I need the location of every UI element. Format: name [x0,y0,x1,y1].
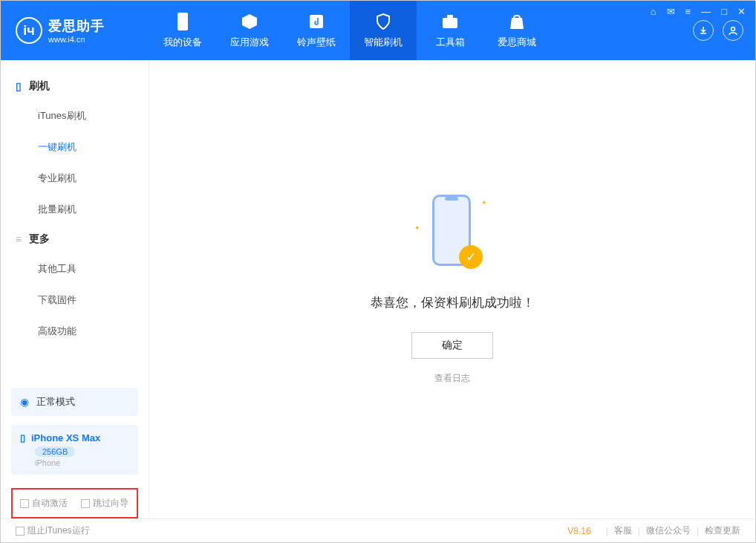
logo-area: iч 爱思助手 www.i4.cn [1,17,149,44]
sidebar-item-pro[interactable]: 专业刷机 [1,163,149,194]
sidebar-item-other[interactable]: 其他工具 [1,253,149,284]
tab-flash[interactable]: 智能刷机 [350,1,417,60]
footer-link-support[interactable]: 客服 [614,524,632,537]
checkbox-box [81,499,90,508]
cube-icon [240,12,259,31]
tab-label: 我的设备 [163,36,202,49]
tab-toolbox[interactable]: 工具箱 [417,1,483,60]
maximize-icon[interactable]: □ [721,6,727,17]
device-type: iPhone [35,458,129,467]
svg-rect-0 [177,13,188,30]
footer-link-update[interactable]: 检查更新 [705,524,740,537]
briefcase-icon [440,12,460,31]
bag-icon [507,12,527,31]
checkbox-block-itunes[interactable]: 阻止iTunes运行 [16,524,90,537]
sidebar-item-advanced[interactable]: 高级功能 [1,316,149,347]
app-title: 爱思助手 [48,17,105,35]
feedback-icon[interactable]: ✉ [667,6,675,17]
section-title: 刷机 [29,79,50,93]
ok-button[interactable]: 确定 [411,332,493,359]
download-button[interactable] [693,20,714,41]
music-icon [307,12,326,31]
footer-link-wechat[interactable]: 微信公众号 [646,524,691,537]
sidebar-item-oneclick[interactable]: 一键刷机 [1,131,149,163]
tab-my-device[interactable]: 我的设备 [149,1,216,60]
checkbox-skip-wizard[interactable]: 跳过向导 [81,497,128,510]
sidebar-section-more: ≡ 更多 [1,225,149,253]
view-log-link[interactable]: 查看日志 [434,372,470,385]
tab-label: 铃声壁纸 [297,36,336,49]
checkbox-label: 自动激活 [32,497,68,510]
body: ▯ 刷机 iTunes刷机 一键刷机 专业刷机 批量刷机 ≡ 更多 其他工具 下… [1,60,755,518]
checkbox-box [16,527,25,536]
app-subtitle: www.i4.cn [48,35,105,44]
highlighted-options: 自动激活 跳过向导 [11,488,138,518]
checkbox-auto-activate[interactable]: 自动激活 [20,497,68,510]
tab-store[interactable]: 爱思商城 [483,1,550,60]
mode-card[interactable]: ◉ 正常模式 [11,388,138,416]
version-label: V8.16 [567,526,590,536]
user-button[interactable] [723,20,743,41]
sidebar-section-flash: ▯ 刷机 [1,72,149,100]
footer: 阻止iTunes运行 V8.16 | 客服 | 微信公众号 | 检查更新 [1,518,755,542]
tab-label: 应用游戏 [230,36,269,49]
tab-label: 智能刷机 [364,36,403,49]
phone-icon [173,12,192,31]
svg-rect-3 [447,15,453,18]
phone-outline-icon: ▯ [16,80,22,92]
svg-rect-2 [443,18,457,28]
sparkle-icon: ✦ [414,224,420,232]
svg-point-4 [731,27,735,31]
checkbox-label: 阻止iTunes运行 [27,524,90,537]
header-right [693,20,755,41]
sidebar-item-firmware[interactable]: 下载固件 [1,284,149,316]
success-illustration: ✦ ✦ ✓ [419,195,486,276]
section-title: 更多 [29,233,50,246]
header: iч 爱思助手 www.i4.cn 我的设备 应用游戏 铃声壁纸 智能刷机 工具… [1,1,755,60]
tab-ringtones[interactable]: 铃声壁纸 [283,1,350,60]
menu-icon[interactable]: ≡ [685,6,691,17]
close-icon[interactable]: ✕ [737,6,746,17]
sidebar: ▯ 刷机 iTunes刷机 一键刷机 专业刷机 批量刷机 ≡ 更多 其他工具 下… [1,60,149,518]
tab-apps[interactable]: 应用游戏 [216,1,283,60]
check-badge-icon: ✓ [459,245,483,269]
tshirt-icon[interactable]: ⌂ [651,6,656,17]
tab-label: 工具箱 [436,36,465,49]
list-icon: ≡ [16,233,22,245]
device-name: iPhone XS Max [31,432,100,443]
sidebar-item-itunes[interactable]: iTunes刷机 [1,100,149,131]
device-capacity: 256GB [35,446,75,457]
tab-label: 爱思商城 [498,36,536,49]
checkbox-box [20,499,29,508]
window-controls: ⌂ ✉ ≡ — □ ✕ [651,6,746,17]
sidebar-item-batch[interactable]: 批量刷机 [1,194,149,225]
mode-label: 正常模式 [36,395,75,409]
mode-icon: ◉ [20,396,29,408]
success-message: 恭喜您，保资料刷机成功啦！ [371,294,535,311]
shield-icon [374,12,393,31]
minimize-icon[interactable]: — [701,6,711,17]
main-content: ✦ ✦ ✓ 恭喜您，保资料刷机成功啦！ 确定 查看日志 [149,60,755,518]
nav-tabs: 我的设备 应用游戏 铃声壁纸 智能刷机 工具箱 爱思商城 [149,1,550,60]
logo-icon: iч [16,17,42,44]
footer-right: V8.16 | 客服 | 微信公众号 | 检查更新 [567,524,740,537]
sparkle-icon: ✦ [481,199,487,207]
checkbox-label: 跳过向导 [93,497,128,510]
device-icon: ▯ [20,432,25,443]
device-card[interactable]: ▯ iPhone XS Max 256GB iPhone [11,425,138,475]
